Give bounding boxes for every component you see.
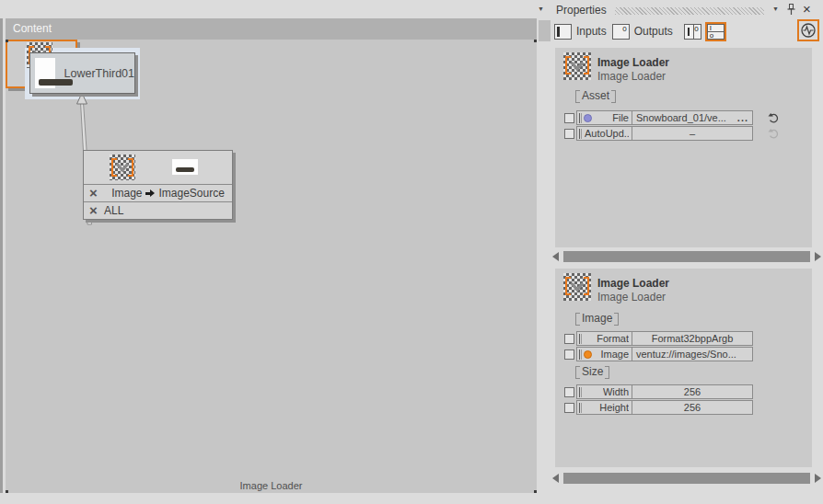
node-graph-canvas[interactable]: LowerThird01 × Image ImageSource × — [6, 40, 537, 493]
row-grip[interactable] — [579, 129, 582, 139]
property-value-field[interactable]: – — [632, 127, 752, 140]
section-subtitle: Image Loader — [597, 291, 666, 304]
panel-drag-texture[interactable] — [615, 7, 764, 15]
binding-dot-icon[interactable] — [584, 114, 592, 122]
link-target-label: ImageSource — [158, 187, 224, 200]
property-checkbox[interactable] — [564, 349, 574, 360]
panel-menu-icon[interactable]: ▼ — [772, 6, 779, 12]
reset-icon[interactable] — [768, 112, 780, 124]
split-horizontal-icon[interactable]: Io — [707, 24, 724, 40]
lower-third-icon — [172, 159, 198, 175]
outputs-icon: 0 — [612, 24, 630, 40]
row-grip[interactable] — [579, 334, 582, 344]
property-checkbox[interactable] — [564, 334, 574, 344]
content-panel: Content LowerThird01 × Image — [6, 18, 537, 493]
property-label: Format — [597, 333, 629, 344]
group-label-size: Size — [575, 366, 609, 379]
binding-dot-icon[interactable] — [584, 350, 592, 359]
remove-link-icon: × — [89, 204, 104, 217]
property-value-field[interactable]: Format32bppArgb — [632, 332, 752, 345]
row-grip[interactable] — [579, 403, 582, 413]
property-value-field[interactable]: Snowboard_01/ve... ... — [632, 111, 752, 124]
image-loader-icon — [563, 52, 591, 80]
property-value-field[interactable]: 256 — [632, 385, 752, 398]
properties-toolbar: Inputs 0 Outputs 0 Io — [554, 20, 724, 42]
property-checkbox[interactable] — [564, 403, 574, 413]
link-arrow-icon — [145, 189, 155, 197]
scroll-right-icon[interactable] — [815, 474, 821, 483]
link-source-label: Image — [111, 187, 142, 200]
property-label: AutoUpd... — [585, 128, 629, 139]
property-checkbox[interactable] — [564, 113, 574, 123]
property-value-field[interactable]: ventuz://images/Sno... — [632, 348, 752, 361]
group-label-image: Image — [575, 313, 619, 326]
property-row-format: Format Format32bppArgb — [564, 331, 753, 346]
panel-collapse-icon[interactable]: ▼ — [538, 6, 544, 12]
scrollbar-thumb[interactable] — [563, 473, 810, 484]
property-row-file: File Snowboard_01/ve... ... — [564, 110, 780, 125]
scroll-right-icon[interactable] — [815, 252, 821, 261]
inputs-icon — [554, 24, 572, 40]
animation-channel-button[interactable] — [797, 19, 819, 41]
row-grip[interactable] — [579, 349, 582, 360]
properties-panel-title: Properties — [556, 4, 607, 17]
outputs-label: Outputs — [634, 25, 673, 38]
waveform-icon — [800, 22, 817, 39]
reset-icon-disabled — [768, 128, 780, 140]
panel-left-border — [0, 18, 3, 493]
image-loader-icon — [563, 273, 591, 301]
lower-third-icon — [35, 58, 55, 88]
properties-section-image: Image Loader Image Loader Image Format F… — [555, 269, 812, 467]
property-row-height: Height 256 — [564, 400, 753, 415]
node-lowerthird01[interactable]: LowerThird01 — [29, 52, 135, 94]
section-title: Image Loader — [597, 56, 669, 69]
inputs-toggle-button[interactable]: Inputs — [554, 24, 607, 40]
property-label: File — [612, 112, 629, 123]
property-checkbox[interactable] — [564, 387, 574, 397]
property-value-field[interactable]: 256 — [632, 401, 752, 414]
link-all-label: ALL — [104, 204, 123, 217]
content-panel-titlebar[interactable]: Content — [6, 18, 537, 40]
properties-section-asset: Image Loader Image Loader Asset File Sno… — [555, 48, 812, 247]
property-label: Width — [603, 386, 629, 397]
dock-splitter[interactable] — [539, 20, 551, 41]
menu-item-all[interactable]: × ALL — [84, 201, 232, 219]
property-label: Image — [600, 349, 629, 360]
link-drop-menu-header — [84, 151, 232, 184]
outputs-toggle-button[interactable]: 0 Outputs — [612, 24, 673, 40]
row-grip[interactable] — [579, 387, 582, 397]
remove-link-icon: × — [89, 187, 104, 200]
inputs-label: Inputs — [576, 25, 607, 38]
property-checkbox[interactable] — [564, 129, 574, 139]
row-grip[interactable] — [579, 113, 582, 123]
property-row-width: Width 256 — [564, 384, 753, 399]
connection-edge — [6, 40, 537, 493]
horizontal-scrollbar[interactable] — [552, 471, 821, 486]
node-label: LowerThird01 — [64, 67, 134, 80]
scroll-left-icon[interactable] — [552, 474, 559, 483]
section-subtitle: Image Loader — [597, 70, 666, 83]
content-panel-title: Content — [13, 22, 52, 35]
image-loader-icon — [110, 155, 135, 180]
link-drop-menu: × Image ImageSource × ALL — [83, 150, 233, 220]
section-title: Image Loader — [597, 277, 669, 290]
close-icon[interactable]: × — [803, 3, 811, 16]
horizontal-scrollbar[interactable] — [552, 249, 821, 264]
scrollbar-thumb[interactable] — [563, 251, 810, 262]
scroll-left-icon[interactable] — [552, 252, 559, 261]
group-label-asset: Asset — [575, 90, 616, 103]
property-label: Height — [599, 402, 629, 413]
menu-item-image-to-imagesource[interactable]: × Image ImageSource — [84, 184, 232, 201]
pin-icon[interactable] — [786, 3, 796, 16]
browse-button[interactable]: ... — [737, 112, 748, 123]
property-row-autoupdate: AutoUpd... – — [564, 126, 780, 141]
property-row-image: Image ventuz://images/Sno... — [564, 347, 753, 361]
split-vertical-icon[interactable]: 0 — [684, 24, 701, 40]
